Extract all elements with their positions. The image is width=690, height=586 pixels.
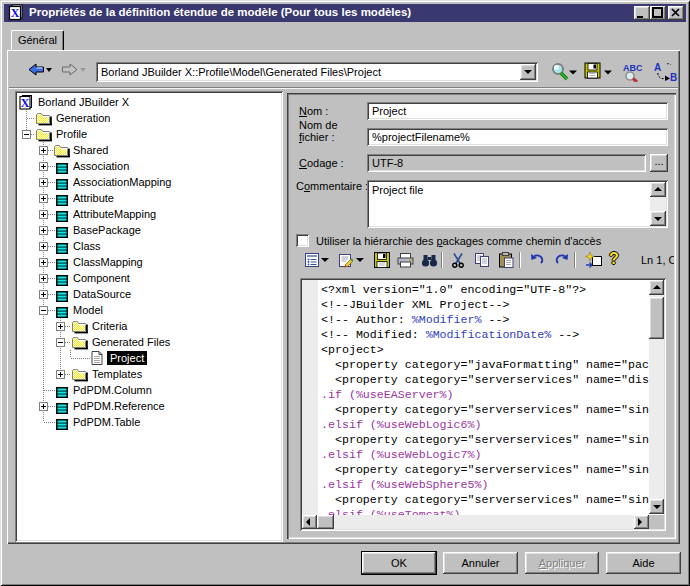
svg-text:X: X bbox=[11, 6, 20, 20]
svg-text:A: A bbox=[654, 62, 661, 73]
svg-text:B: B bbox=[670, 72, 677, 82]
svg-text:X: X bbox=[20, 96, 29, 110]
svg-text:ABC: ABC bbox=[623, 63, 643, 73]
